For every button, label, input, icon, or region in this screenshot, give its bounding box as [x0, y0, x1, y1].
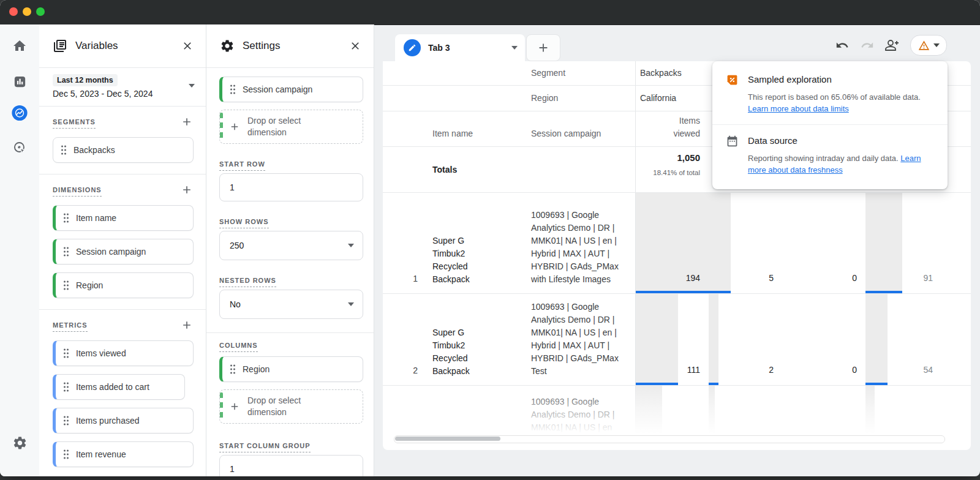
person-add-icon[interactable] [885, 38, 900, 53]
dimension-chip-region[interactable]: Region [53, 272, 194, 298]
variables-close-icon[interactable] [180, 39, 195, 53]
items-viewed-column-header: Items viewed [665, 114, 700, 140]
chevron-down-icon [933, 43, 940, 47]
start-row-label: START ROW [219, 160, 363, 168]
start-row-input[interactable] [219, 173, 363, 201]
columns-drop-zone[interactable]: Drop or select dimension [219, 389, 363, 424]
columns-chip-region[interactable]: Region [219, 356, 363, 382]
add-tab-button[interactable] [526, 34, 560, 61]
metric-chip-items-viewed[interactable]: Items viewed [53, 340, 194, 366]
chip-label: Items added to cart [76, 378, 149, 397]
plus-icon [229, 401, 240, 412]
rows-drop-zone[interactable]: Drop or select dimension [219, 110, 363, 144]
add-segment-button[interactable] [180, 115, 194, 129]
data-limits-link[interactable]: Learn more about data limits [748, 104, 849, 113]
settings-close-icon[interactable] [348, 39, 363, 53]
variables-icon [53, 39, 67, 53]
session-campaign-cell: 1009693 | Google Analytics Demo | DR | M… [518, 193, 635, 293]
item-name-cell: Super G Timbuk2 Recycled Backpack [429, 294, 518, 385]
drag-handle-icon [63, 449, 69, 459]
drop-zone-label: Drop or select dimension [247, 395, 321, 418]
horizontal-scrollbar[interactable] [394, 435, 945, 443]
segments-section: SEGMENTS Backpacks [39, 107, 206, 174]
session-campaign-cell: 1009693 | Google Analytics Demo | DR | M… [518, 294, 635, 385]
dimension-chip-session-campaign[interactable]: Session campaign [53, 239, 194, 264]
edit-pencil-icon [404, 39, 421, 56]
zoom-window-button[interactable] [36, 7, 45, 16]
sampling-percent-icon [726, 73, 739, 114]
drag-handle-icon [63, 416, 69, 426]
minimize-window-button[interactable] [23, 7, 31, 16]
warning-icon [918, 40, 930, 51]
settings-panel: Settings Session campaign Drop or select… [206, 24, 374, 476]
table-row: 2 Super G Timbuk2 Recycled Backpack 1009… [383, 294, 971, 386]
tab-label: Tab 3 [428, 43, 511, 53]
exploration-canvas: Tab 3 [383, 24, 971, 476]
close-window-button[interactable] [9, 7, 18, 16]
calendar-icon [726, 135, 739, 176]
show-rows-value: 250 [230, 241, 244, 250]
home-icon[interactable] [12, 38, 28, 54]
items-purchased-cell [782, 386, 865, 437]
totals-label: Totals [429, 147, 518, 192]
chip-label: Item revenue [76, 445, 126, 464]
add-metric-button[interactable] [180, 318, 194, 332]
undo-icon[interactable] [835, 38, 850, 53]
plus-icon [229, 121, 240, 132]
drag-handle-icon [63, 247, 69, 257]
app-body: Variables Last 12 months Dec 5, 2023 - D… [0, 24, 980, 476]
session-campaign-column-header: Session campaign [518, 111, 635, 146]
data-source-title: Data source [748, 135, 934, 147]
toolbar [835, 36, 947, 55]
horizontal-scrollbar-thumb[interactable] [395, 437, 500, 441]
items-purchased-cell: 0 [782, 193, 865, 293]
date-preset-badge: Last 12 months [53, 74, 118, 86]
advertising-icon[interactable] [12, 140, 28, 156]
start-column-group-label: START COLUMN GROUP [219, 442, 363, 449]
chip-label: Region [76, 276, 103, 295]
data-source-body: Reporting showing intraday and daily dat… [748, 154, 900, 163]
metric-chip-item-revenue[interactable]: Item revenue [53, 441, 194, 467]
items-viewed-cell: 194 [635, 193, 709, 293]
item-revenue-cell [865, 386, 941, 437]
reports-icon[interactable] [12, 73, 28, 89]
chevron-down-icon [348, 302, 354, 306]
rows-chip-session-campaign[interactable]: Session campaign [219, 77, 363, 102]
add-dimension-button[interactable] [180, 183, 194, 197]
chevron-down-icon [348, 244, 354, 247]
item-revenue-cell: 91 [865, 193, 941, 293]
drag-handle-icon [63, 213, 69, 223]
settings-gear-icon [220, 39, 235, 53]
sampling-status-button[interactable] [910, 35, 947, 56]
dimension-chip-item-name[interactable]: Item name [53, 205, 194, 231]
table-row: 1 Super G Timbuk2 Recycled Backpack 1009… [383, 193, 971, 294]
date-range-selector[interactable]: Last 12 months Dec 5, 2023 - Dec 5, 2024 [39, 68, 206, 107]
metrics-label: METRICS [53, 321, 88, 329]
drag-handle-icon [61, 145, 67, 155]
left-nav-rail [0, 24, 40, 476]
chip-label: Items purchased [76, 411, 140, 430]
show-rows-label: SHOW ROWS [219, 218, 363, 225]
items-added-cell: 5 [709, 193, 782, 293]
admin-gear-icon[interactable] [12, 435, 28, 451]
metrics-section: METRICS Items viewed Items added to cart… [39, 310, 206, 476]
sampled-exploration-body: This report is based on 65.06% of availa… [748, 92, 921, 102]
explore-icon[interactable] [12, 105, 28, 121]
items-viewed-cell: 111 [635, 294, 709, 385]
chip-label: Session campaign [76, 242, 146, 261]
dimensions-label: DIMENSIONS [53, 186, 102, 193]
nested-rows-value: No [230, 299, 241, 309]
metric-chip-items-purchased[interactable]: Items purchased [53, 408, 194, 433]
segments-label: SEGMENTS [53, 118, 96, 126]
segment-header-label: Segment [518, 61, 635, 85]
nested-rows-select[interactable]: No [219, 290, 363, 319]
segment-chip-backpacks[interactable]: Backpacks [53, 137, 194, 163]
chip-label: Region [243, 360, 270, 379]
redo-icon[interactable] [860, 38, 875, 53]
show-rows-select[interactable]: 250 [219, 231, 363, 260]
popup-divider [712, 124, 948, 125]
variables-panel-title: Variables [75, 40, 180, 52]
tab-3[interactable]: Tab 3 [395, 34, 525, 61]
metric-chip-items-added-to-cart[interactable]: Items added to cart [53, 374, 185, 400]
start-column-group-input[interactable] [219, 455, 363, 476]
